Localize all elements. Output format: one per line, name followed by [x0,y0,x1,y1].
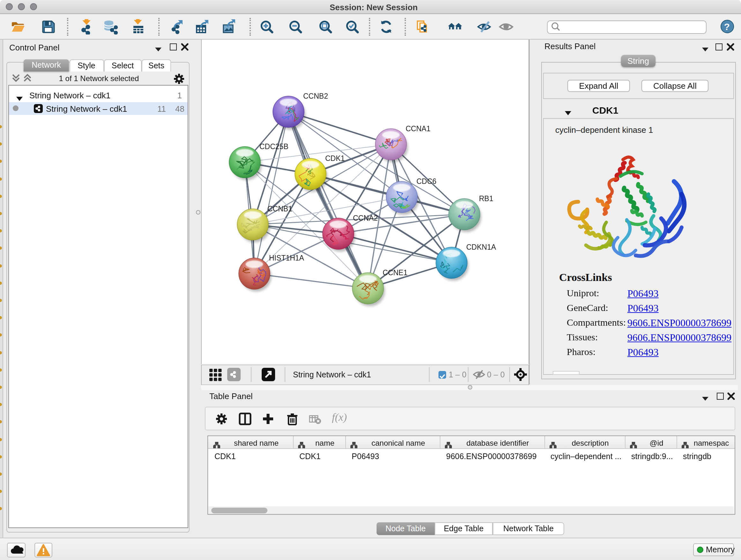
svg-text:CDC25B: CDC25B [259,142,288,151]
svg-text:CCNB2: CCNB2 [303,92,328,100]
svg-text:CDKN1A: CDKN1A [466,243,496,251]
svg-text:CDC6: CDC6 [416,177,436,186]
svg-text:HIST1H1A: HIST1H1A [269,254,305,262]
svg-text:CCNE1: CCNE1 [383,268,408,277]
svg-text:CCNA2: CCNA2 [353,214,378,222]
svg-text:CDK1: CDK1 [325,154,345,163]
svg-text:RB1: RB1 [479,194,493,203]
svg-text:CCNB1: CCNB1 [267,205,292,213]
svg-text:CCNA1: CCNA1 [406,125,430,133]
